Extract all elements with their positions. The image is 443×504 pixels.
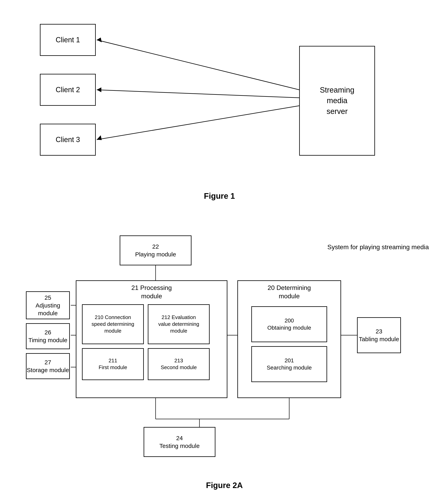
storage-module: 27 Storage module <box>26 353 70 379</box>
searching-module-label: 201 Searching module <box>267 357 312 372</box>
adjusting-module: 25 Adjusting module <box>26 291 70 319</box>
server-label: Streaming media server <box>320 85 354 117</box>
processing-module: 21 Processingmodule 210 Connection speed… <box>76 280 227 398</box>
second-module-label: 213 Second module <box>161 357 197 371</box>
figure1-container: Client 1 Client 2 Client 3 Streaming med… <box>20 12 419 200</box>
playing-module-label: 22 Playing module <box>135 243 176 258</box>
second-module: 213 Second module <box>148 348 210 380</box>
svg-marker-1 <box>97 37 102 42</box>
timing-module: 26 Timing module <box>26 323 70 349</box>
testing-module: 24 Testing module <box>144 427 215 457</box>
evaluation-value-module: 212 Evaluation value determining module <box>148 304 210 344</box>
svg-line-2 <box>97 90 299 98</box>
system-label: System for playing streaming media <box>327 243 429 251</box>
figure1-caption: Figure 1 <box>20 192 419 200</box>
searching-module: 201 Searching module <box>251 346 327 382</box>
figure2-caption: Figure 2A <box>20 481 429 490</box>
tabling-module: 23 Tabling module <box>357 317 401 353</box>
connection-speed-label: 210 Connection speed determining module <box>91 314 134 334</box>
processing-module-label: 21 Processingmodule <box>80 284 223 300</box>
client1-box: Client 1 <box>40 24 96 56</box>
obtaining-module: 200 Obtaining module <box>251 306 327 342</box>
client3-box: Client 3 <box>40 124 96 156</box>
adjusting-module-label: 25 Adjusting module <box>27 294 69 317</box>
page: Client 1 Client 2 Client 3 Streaming med… <box>0 0 443 504</box>
first-module-label: 211 First module <box>99 357 127 371</box>
connection-speed-module: 210 Connection speed determining module <box>82 304 144 344</box>
testing-module-label: 24 Testing module <box>159 434 200 450</box>
figure2-container: System for playing streaming media <box>20 219 429 490</box>
determining-module: 20 Determiningmodule 200 Obtaining modul… <box>237 280 341 398</box>
evaluation-value-label: 212 Evaluation value determining module <box>158 314 199 334</box>
client1-label: Client 1 <box>56 36 80 44</box>
client3-label: Client 3 <box>56 135 80 144</box>
determining-module-label: 20 Determiningmodule <box>242 284 337 300</box>
tabling-module-label: 23 Tabling module <box>359 327 399 343</box>
svg-line-0 <box>97 40 299 90</box>
server-box: Streaming media server <box>299 46 375 156</box>
obtaining-module-label: 200 Obtaining module <box>267 317 311 332</box>
client2-box: Client 2 <box>40 74 96 106</box>
svg-marker-3 <box>97 87 101 92</box>
client2-label: Client 2 <box>56 86 80 94</box>
figure1-diagram: Client 1 Client 2 Client 3 Streaming med… <box>20 12 399 188</box>
figure2-diagram: System for playing streaming media <box>20 219 429 475</box>
first-module: 211 First module <box>82 348 144 380</box>
svg-marker-5 <box>97 135 102 140</box>
playing-module: 22 Playing module <box>120 235 192 265</box>
timing-module-label: 26 Timing module <box>28 328 67 344</box>
storage-module-label: 27 Storage module <box>27 358 69 374</box>
svg-line-4 <box>97 106 299 140</box>
